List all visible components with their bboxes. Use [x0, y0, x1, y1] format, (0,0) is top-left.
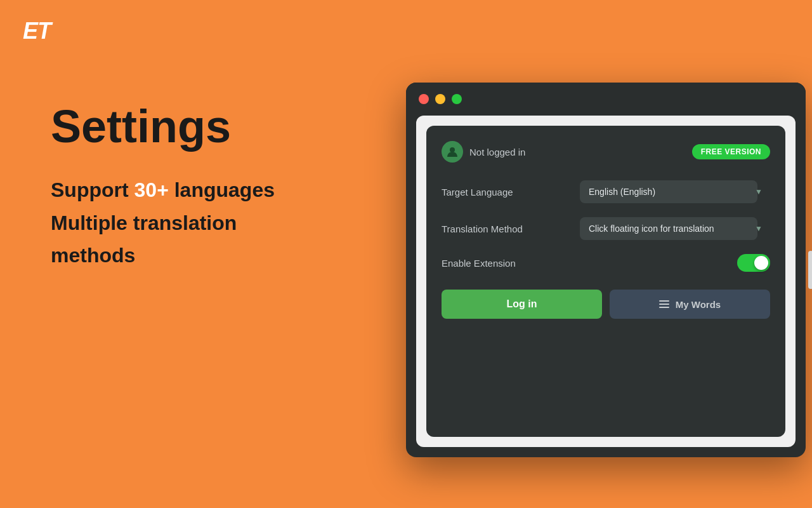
- target-language-select-wrapper: English (English): [580, 180, 770, 203]
- free-version-badge: FREE VERSION: [692, 144, 770, 159]
- login-button[interactable]: Log in: [442, 290, 602, 319]
- enable-extension-row: Enable Extension: [442, 254, 770, 272]
- browser-mockup: Not logged in FREE VERSION Target Langua…: [393, 64, 812, 483]
- page-title: Settings: [51, 102, 275, 152]
- browser-window: Not logged in FREE VERSION Target Langua…: [406, 83, 806, 457]
- not-logged-in-label: Not logged in: [469, 147, 525, 157]
- svg-point-0: [450, 147, 455, 152]
- translation-method-row: Translation Method Click floating icon f…: [442, 217, 770, 240]
- toggle-knob: [754, 256, 768, 270]
- buttons-row: Log in My Words: [442, 290, 770, 319]
- translation-method-select[interactable]: Click floating icon for translation: [580, 217, 757, 240]
- app-logo: ET: [23, 18, 51, 44]
- target-language-row: Target Language English (English): [442, 180, 770, 203]
- highlight-30plus: 30+: [134, 178, 169, 201]
- left-content: Settings Support 30+ languages Multiple …: [51, 102, 275, 269]
- browser-content-area: Not logged in FREE VERSION Target Langua…: [416, 116, 796, 447]
- my-words-label: My Words: [676, 299, 721, 310]
- target-language-select[interactable]: English (English): [580, 180, 757, 203]
- target-language-label: Target Language: [442, 187, 513, 197]
- enable-extension-toggle[interactable]: [737, 254, 770, 272]
- traffic-light-red[interactable]: [419, 94, 429, 104]
- traffic-light-yellow[interactable]: [435, 94, 445, 104]
- avatar: [442, 141, 463, 163]
- feature-item-1: Support 30+ languages: [51, 177, 275, 204]
- traffic-light-green[interactable]: [452, 94, 462, 104]
- settings-panel: Not logged in FREE VERSION Target Langua…: [426, 126, 785, 437]
- scrollbar-handle[interactable]: [808, 251, 812, 289]
- my-words-button[interactable]: My Words: [610, 290, 770, 319]
- browser-titlebar: [406, 83, 806, 116]
- user-info: Not logged in: [442, 141, 525, 163]
- hamburger-icon: [659, 300, 669, 308]
- panel-header: Not logged in FREE VERSION: [442, 141, 770, 163]
- feature-list: Support 30+ languages Multiple translati…: [51, 177, 275, 269]
- feature-item-3: methods: [51, 243, 275, 269]
- enable-extension-label: Enable Extension: [442, 258, 516, 269]
- feature-item-2: Multiple translation: [51, 210, 275, 237]
- translation-method-label: Translation Method: [442, 224, 523, 234]
- translation-method-select-wrapper: Click floating icon for translation: [580, 217, 770, 240]
